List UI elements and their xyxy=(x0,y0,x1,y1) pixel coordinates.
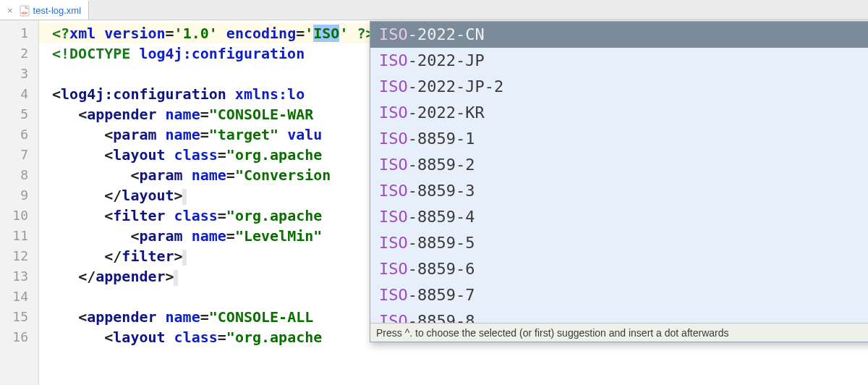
xml-file-icon: <> xyxy=(19,5,30,17)
line-number-gutter: 12345678910111213141516 xyxy=(0,20,39,385)
line-number: 14 xyxy=(0,287,38,307)
completion-item[interactable]: ISO-2022-JP xyxy=(370,48,868,74)
completion-item[interactable]: ISO-8859-5 xyxy=(370,230,868,256)
line-number: 12 xyxy=(0,246,38,266)
line-number: 1 xyxy=(0,23,38,43)
svg-text:<>: <> xyxy=(21,9,27,15)
line-number: 16 xyxy=(0,327,38,347)
completion-item[interactable]: ISO-8859-6 xyxy=(370,256,868,282)
completion-item[interactable]: ISO-2022-KR xyxy=(370,100,868,126)
line-number: 11 xyxy=(0,226,38,246)
close-icon[interactable]: × xyxy=(4,5,16,16)
line-number: 7 xyxy=(0,145,38,165)
file-tab-label: test-log.xml xyxy=(33,5,81,16)
completion-item[interactable]: ISO-8859-2 xyxy=(370,152,868,178)
completion-item[interactable]: ISO-8859-1 xyxy=(370,126,868,152)
completion-item[interactable]: ISO-8859-8 xyxy=(370,308,868,323)
completion-item[interactable]: ISO-2022-JP-2 xyxy=(370,74,868,100)
code-area[interactable]: <?xml version='1.0' encoding='ISO' ?><!D… xyxy=(39,20,868,385)
line-number: 8 xyxy=(0,165,38,185)
file-tab[interactable]: × <> test-log.xml xyxy=(0,0,89,20)
line-number: 6 xyxy=(0,124,38,145)
completion-item[interactable]: ISO-8859-3 xyxy=(370,178,868,204)
line-number: 3 xyxy=(0,64,38,84)
completion-popup[interactable]: ISO-2022-CNISO-2022-JPISO-2022-JP-2ISO-2… xyxy=(370,21,868,342)
line-number: 10 xyxy=(0,206,38,226)
completion-hintbar: Press ^. to choose the selected (or firs… xyxy=(370,323,868,342)
line-number: 2 xyxy=(0,43,38,64)
completion-hint-text: Press ^. to choose the selected (or firs… xyxy=(376,327,728,339)
line-number: 13 xyxy=(0,266,38,287)
line-number: 15 xyxy=(0,307,38,327)
completion-item[interactable]: ISO-2022-CN xyxy=(370,22,868,48)
line-number: 9 xyxy=(0,185,38,206)
line-number: 4 xyxy=(0,84,38,104)
editor-tabbar: × <> test-log.xml xyxy=(0,0,868,20)
completion-item[interactable]: ISO-8859-4 xyxy=(370,204,868,230)
completion-item[interactable]: ISO-8859-7 xyxy=(370,282,868,308)
code-editor[interactable]: 12345678910111213141516 <?xml version='1… xyxy=(0,20,868,385)
line-number: 5 xyxy=(0,104,38,124)
